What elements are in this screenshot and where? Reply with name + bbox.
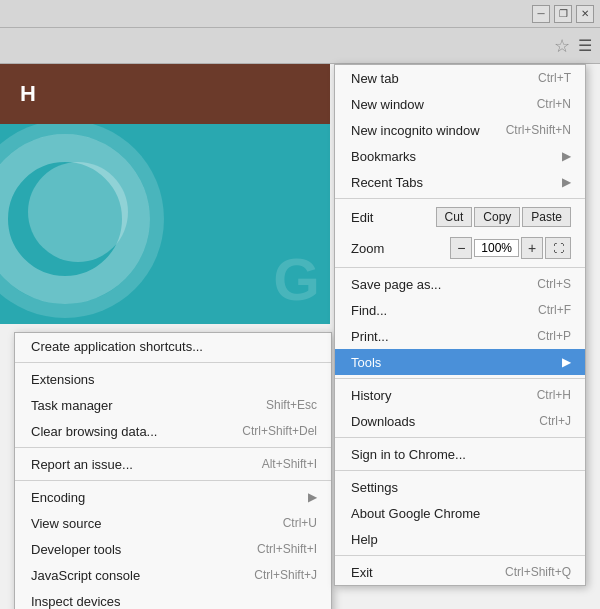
menu-item-label: Bookmarks [351, 149, 416, 164]
main-menu[interactable]: New tab Ctrl+T New window Ctrl+N New inc… [334, 64, 586, 586]
browser-toolbar: ☆ ☰ [0, 28, 600, 64]
separator [15, 480, 331, 481]
shortcut-label: Ctrl+T [538, 71, 571, 85]
edit-label: Edit [351, 210, 436, 225]
zoom-in-button[interactable]: + [521, 237, 543, 259]
menu-item-label: Report an issue... [31, 457, 133, 472]
menu-item-new-incognito[interactable]: New incognito window Ctrl+Shift+N [335, 117, 585, 143]
cut-button[interactable]: Cut [436, 207, 473, 227]
shortcut-label: Ctrl+S [537, 277, 571, 291]
menu-item-extensions[interactable]: Extensions [15, 366, 331, 392]
menu-item-label: View source [31, 516, 102, 531]
menu-item-new-tab[interactable]: New tab Ctrl+T [335, 65, 585, 91]
menu-item-label: Developer tools [31, 542, 121, 557]
shortcut-label: Ctrl+P [537, 329, 571, 343]
menu-item-label: Settings [351, 480, 398, 495]
menu-item-label: Extensions [31, 372, 95, 387]
menu-item-history[interactable]: History Ctrl+H [335, 382, 585, 408]
menu-item-label: Sign in to Chrome... [351, 447, 466, 462]
shortcut-label: Shift+Esc [266, 398, 317, 412]
zoom-percent: 100% [474, 239, 519, 257]
menu-item-about[interactable]: About Google Chrome [335, 500, 585, 526]
edit-row: Edit Cut Copy Paste [335, 202, 585, 232]
bookmark-star-icon[interactable]: ☆ [554, 35, 570, 57]
shortcut-label: Ctrl+Shift+N [506, 123, 571, 137]
paste-button[interactable]: Paste [522, 207, 571, 227]
menu-item-report-issue[interactable]: Report an issue... Alt+Shift+I [15, 451, 331, 477]
submenu-arrow-icon: ▶ [562, 355, 571, 369]
tools-submenu[interactable]: Create application shortcuts... Extensio… [14, 332, 332, 609]
menu-item-save-page[interactable]: Save page as... Ctrl+S [335, 271, 585, 297]
menu-item-encoding[interactable]: Encoding ▶ [15, 484, 331, 510]
menu-item-label: Find... [351, 303, 387, 318]
separator [335, 470, 585, 471]
menu-item-label: Clear browsing data... [31, 424, 157, 439]
shortcut-label: Ctrl+Shift+Del [242, 424, 317, 438]
titlebar: ─ ❐ ✕ [0, 0, 600, 28]
minimize-button[interactable]: ─ [532, 5, 550, 23]
menu-item-new-window[interactable]: New window Ctrl+N [335, 91, 585, 117]
shortcut-label: Ctrl+H [537, 388, 571, 402]
menu-item-create-shortcuts[interactable]: Create application shortcuts... [15, 333, 331, 359]
menu-item-label: Exit [351, 565, 373, 580]
separator [335, 378, 585, 379]
menu-item-label: About Google Chrome [351, 506, 480, 521]
separator [15, 447, 331, 448]
menu-item-recent-tabs[interactable]: Recent Tabs ▶ [335, 169, 585, 195]
shortcut-label: Ctrl+N [537, 97, 571, 111]
menu-item-sign-in[interactable]: Sign in to Chrome... [335, 441, 585, 467]
menu-item-label: Inspect devices [31, 594, 121, 609]
menu-item-label: New tab [351, 71, 399, 86]
shortcut-label: Ctrl+U [283, 516, 317, 530]
submenu-arrow-icon: ▶ [308, 490, 317, 504]
zoom-out-button[interactable]: − [450, 237, 472, 259]
watermark: G [273, 245, 320, 314]
menu-item-label: JavaScript console [31, 568, 140, 583]
zoom-controls: − 100% + ⛶ [450, 237, 571, 259]
menu-item-label: Help [351, 532, 378, 547]
separator [335, 198, 585, 199]
menu-item-task-manager[interactable]: Task manager Shift+Esc [15, 392, 331, 418]
menu-item-settings[interactable]: Settings [335, 474, 585, 500]
menu-item-clear-browsing[interactable]: Clear browsing data... Ctrl+Shift+Del [15, 418, 331, 444]
menu-item-label: Print... [351, 329, 389, 344]
menu-item-label: New window [351, 97, 424, 112]
menu-item-tools[interactable]: Tools ▶ [335, 349, 585, 375]
menu-item-bookmarks[interactable]: Bookmarks ▶ [335, 143, 585, 169]
edit-buttons: Cut Copy Paste [436, 207, 571, 227]
gear-inner [28, 162, 128, 262]
separator [335, 267, 585, 268]
menu-item-label: Tools [351, 355, 381, 370]
zoom-row: Zoom − 100% + ⛶ [335, 232, 585, 264]
shortcut-label: Alt+Shift+I [262, 457, 317, 471]
page-graphic: G [0, 124, 330, 324]
close-button[interactable]: ✕ [576, 5, 594, 23]
page-heading: H [20, 81, 36, 107]
menu-item-view-source[interactable]: View source Ctrl+U [15, 510, 331, 536]
shortcut-label: Ctrl+Shift+Q [505, 565, 571, 579]
menu-item-label: Encoding [31, 490, 85, 505]
menu-item-javascript-console[interactable]: JavaScript console Ctrl+Shift+J [15, 562, 331, 588]
menu-item-exit[interactable]: Exit Ctrl+Shift+Q [335, 559, 585, 585]
menu-item-inspect-devices[interactable]: Inspect devices [15, 588, 331, 609]
zoom-fullscreen-button[interactable]: ⛶ [545, 237, 571, 259]
menu-icon[interactable]: ☰ [578, 36, 592, 55]
menu-item-help[interactable]: Help [335, 526, 585, 552]
menu-item-label: New incognito window [351, 123, 480, 138]
menu-item-label: Recent Tabs [351, 175, 423, 190]
copy-button[interactable]: Copy [474, 207, 520, 227]
menu-item-developer-tools[interactable]: Developer tools Ctrl+Shift+I [15, 536, 331, 562]
menu-item-find[interactable]: Find... Ctrl+F [335, 297, 585, 323]
separator [335, 437, 585, 438]
menu-item-label: Create application shortcuts... [31, 339, 203, 354]
menu-item-label: History [351, 388, 391, 403]
page-header: H [0, 64, 330, 124]
submenu-arrow-icon: ▶ [562, 149, 571, 163]
menu-item-downloads[interactable]: Downloads Ctrl+J [335, 408, 585, 434]
menu-item-print[interactable]: Print... Ctrl+P [335, 323, 585, 349]
menu-item-label: Task manager [31, 398, 113, 413]
shortcut-label: Ctrl+Shift+J [254, 568, 317, 582]
zoom-label: Zoom [351, 241, 446, 256]
menu-item-label: Downloads [351, 414, 415, 429]
restore-button[interactable]: ❐ [554, 5, 572, 23]
